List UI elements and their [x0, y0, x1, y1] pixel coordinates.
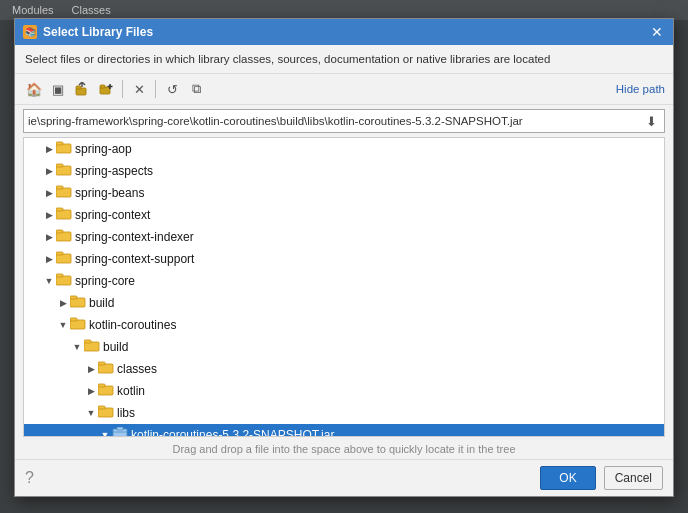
node-label: kotlin-coroutines [89, 318, 176, 332]
refresh-button[interactable]: ↺ [161, 78, 183, 100]
svg-rect-28 [98, 362, 105, 365]
dialog-title-text: Select Library Files [43, 25, 153, 39]
bg-tab-modules: Modules [4, 2, 62, 18]
tree-arrow: ▼ [42, 274, 56, 288]
node-label: classes [117, 362, 157, 376]
folder-icon [56, 141, 72, 157]
svg-rect-4 [100, 85, 105, 88]
tree-arrow: ▶ [42, 186, 56, 200]
tree-arrow: ▶ [42, 252, 56, 266]
background-tabs: Modules Classes [0, 0, 688, 20]
node-label: kotlin-coroutines-5.3.2-SNAPSHOT.jar [131, 428, 334, 437]
tree-arrow: ▶ [42, 208, 56, 222]
folder-icon [56, 273, 72, 289]
dialog-footer: ? OK Cancel [15, 459, 673, 496]
tree-node-classes[interactable]: ▶ classes [24, 358, 664, 380]
folder-icon [70, 317, 86, 333]
help-icon[interactable]: ? [25, 469, 34, 487]
home-button[interactable]: 🏠 [23, 78, 45, 100]
tree-node-spring-beans[interactable]: ▶ spring-beans [24, 182, 664, 204]
path-download-button[interactable]: ⬇ [642, 112, 660, 130]
tree-arrow: ▶ [42, 142, 56, 156]
ok-button[interactable]: OK [540, 466, 595, 490]
drag-hint: Drag and drop a file into the space abov… [15, 437, 673, 459]
select-library-dialog: 📚 Select Library Files ✕ Select files or… [14, 18, 674, 497]
node-label: kotlin [117, 384, 145, 398]
hide-path-link[interactable]: Hide path [616, 83, 665, 95]
node-label: spring-core [75, 274, 135, 288]
folder-icon [56, 251, 72, 267]
tree-node-kotlin-coroutines-jar[interactable]: ▼ kotlin-coroutines-5.3.2-SNAPSHOT.jar [24, 424, 664, 437]
folder-icon [56, 229, 72, 245]
tree-node-spring-aop[interactable]: ▶ spring-aop [24, 138, 664, 160]
folder-icon [98, 361, 114, 377]
node-label: build [89, 296, 114, 310]
tree-arrow: ▶ [56, 296, 70, 310]
svg-rect-30 [98, 384, 105, 387]
tree-node-libs[interactable]: ▼ libs [24, 402, 664, 424]
svg-rect-22 [70, 296, 77, 299]
folder-icon [84, 339, 100, 355]
svg-rect-12 [56, 186, 63, 189]
tree-arrow: ▶ [42, 230, 56, 244]
footer-buttons: OK Cancel [540, 466, 663, 490]
delete-button[interactable]: ✕ [128, 78, 150, 100]
bg-tab-classes: Classes [64, 2, 119, 18]
tree-node-kotlin[interactable]: ▶ kotlin [24, 380, 664, 402]
folder-icon [56, 163, 72, 179]
tree-node-spring-context-support[interactable]: ▶ spring-context-support [24, 248, 664, 270]
tree-arrow: ▶ [84, 362, 98, 376]
svg-rect-10 [56, 164, 63, 167]
collapse-button[interactable]: ▣ [47, 78, 69, 100]
folder-icon [56, 185, 72, 201]
tree-node-spring-context[interactable]: ▶ spring-context [24, 204, 664, 226]
node-label: build [103, 340, 128, 354]
dialog-subtitle: Select files or directories in which lib… [15, 45, 673, 74]
close-button[interactable]: ✕ [649, 24, 665, 40]
tree-arrow: ▼ [56, 318, 70, 332]
tree-node-spring-context-indexer[interactable]: ▶ spring-context-indexer [24, 226, 664, 248]
svg-rect-20 [56, 274, 63, 277]
cancel-button[interactable]: Cancel [604, 466, 663, 490]
path-bar: ie\spring-framework\spring-core\kotlin-c… [23, 109, 665, 133]
file-tree[interactable]: ▶ spring-aop▶ spring-aspects▶ spring-bea… [23, 137, 665, 437]
jar-icon [112, 427, 128, 437]
node-label: spring-context-support [75, 252, 194, 266]
node-label: libs [117, 406, 135, 420]
svg-rect-26 [84, 340, 91, 343]
folder-up-button[interactable] [71, 78, 93, 100]
new-folder-button[interactable] [95, 78, 117, 100]
node-label: spring-beans [75, 186, 144, 200]
svg-rect-14 [56, 208, 63, 211]
copy-button[interactable]: ⧉ [185, 78, 207, 100]
node-label: spring-aop [75, 142, 132, 156]
tree-arrow: ▼ [84, 406, 98, 420]
tree-node-spring-core[interactable]: ▼ spring-core [24, 270, 664, 292]
path-text: ie\spring-framework\spring-core\kotlin-c… [28, 115, 642, 127]
tree-arrow: ▼ [98, 428, 112, 437]
svg-rect-35 [117, 427, 123, 430]
tree-arrow: ▶ [84, 384, 98, 398]
dialog-title-left: 📚 Select Library Files [23, 25, 153, 39]
folder-icon [98, 383, 114, 399]
tree-node-build1[interactable]: ▶ build [24, 292, 664, 314]
folder-icon [70, 295, 86, 311]
svg-rect-24 [70, 318, 77, 321]
svg-rect-1 [76, 86, 81, 89]
tree-node-build2[interactable]: ▼ build [24, 336, 664, 358]
dialog-titlebar: 📚 Select Library Files ✕ [15, 19, 673, 45]
svg-rect-32 [98, 406, 105, 409]
folder-icon [56, 207, 72, 223]
tree-arrow: ▶ [42, 164, 56, 178]
tree-node-spring-aspects[interactable]: ▶ spring-aspects [24, 160, 664, 182]
dialog-title-icon: 📚 [23, 25, 37, 39]
svg-rect-16 [56, 230, 63, 233]
svg-rect-8 [56, 142, 63, 145]
tree-node-kotlin-coroutines[interactable]: ▼ kotlin-coroutines [24, 314, 664, 336]
node-label: spring-context [75, 208, 150, 222]
node-label: spring-aspects [75, 164, 153, 178]
toolbar-sep-1 [122, 80, 123, 98]
toolbar: 🏠 ▣ ✕ ↺ ⧉ Hide path [15, 74, 673, 105]
svg-rect-18 [56, 252, 63, 255]
tree-arrow: ▼ [70, 340, 84, 354]
